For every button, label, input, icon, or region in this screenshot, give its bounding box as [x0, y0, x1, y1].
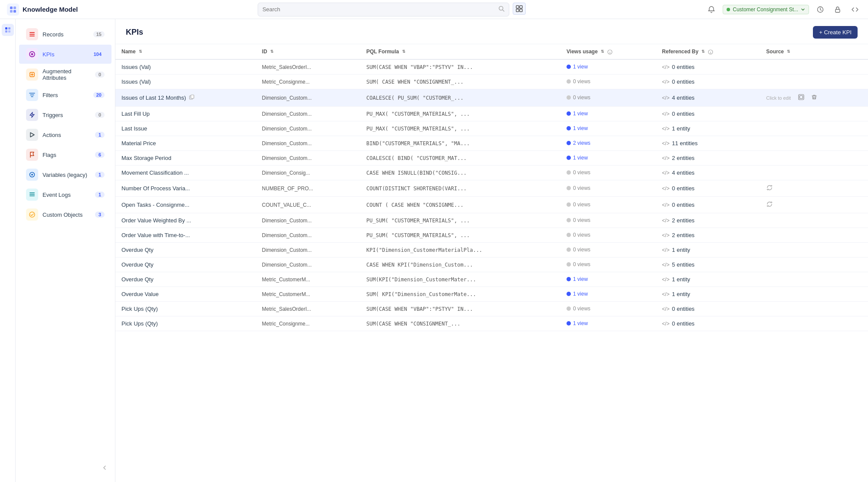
sidebar-item-customobj[interactable]: Custom Objects 3 — [19, 205, 111, 224]
page-title: KPIs — [126, 28, 143, 37]
cell-views: 0 views — [560, 75, 656, 89]
referenced-value[interactable]: 11 entities — [672, 140, 698, 147]
sidebar-item-triggers[interactable]: Triggers 0 — [19, 105, 111, 124]
cell-referenced: </> 2 entities — [656, 228, 760, 243]
views-label[interactable]: 1 view — [573, 155, 588, 161]
entity-icon: </> — [662, 291, 669, 297]
referenced-value[interactable]: 1 entity — [672, 291, 690, 297]
entity-icon: </> — [662, 262, 669, 268]
cell-formula: PU_MAX( "CUSTOMER_MATERIALS", ... — [360, 107, 561, 121]
views-label[interactable]: 2 views — [573, 140, 590, 146]
views-dot — [567, 248, 571, 252]
cell-id: Dimension_Consig... — [256, 166, 360, 180]
views-label[interactable]: 1 view — [573, 276, 588, 282]
svg-rect-3 — [13, 10, 16, 13]
cell-views: 0 views — [560, 166, 656, 180]
cell-formula: CASE WHEN ISNULL(BIND("CONSIG... — [360, 166, 561, 180]
referenced-value[interactable]: 4 entities — [672, 169, 694, 176]
clock-button[interactable] — [814, 3, 826, 16]
col-header-id[interactable]: ID ⇅ — [256, 44, 360, 59]
views-label[interactable]: 1 view — [573, 320, 588, 326]
col-header-views[interactable]: Views usage ⇅ i — [560, 44, 656, 59]
cell-referenced: </> 0 entities — [656, 75, 760, 89]
search-bar[interactable] — [258, 3, 509, 16]
views-dot — [567, 233, 571, 237]
cell-id: COUNT_VALUE_C... — [256, 197, 360, 213]
referenced-value[interactable]: 2 entities — [672, 217, 694, 224]
cell-formula: PU_SUM( "CUSTOMER_MATERIALS", ... — [360, 228, 561, 243]
views-label[interactable]: 1 view — [573, 111, 588, 117]
cell-views: 2 views — [560, 136, 656, 151]
views-dot — [567, 262, 571, 267]
copy-icon[interactable] — [189, 94, 194, 100]
filters-icon — [26, 89, 38, 101]
content-header: KPIs + Create KPI — [115, 19, 868, 44]
sidebar-item-actions-label: Actions — [43, 132, 95, 138]
sidebar-item-variables[interactable]: Variables (legacy) 1 — [19, 165, 111, 184]
cell-source — [760, 213, 868, 228]
cell-referenced: </> 2 entities — [656, 151, 760, 166]
referenced-value: 0 entities — [672, 64, 694, 70]
views-label[interactable]: 1 view — [573, 64, 588, 70]
sidebar-item-filters[interactable]: Filters 20 — [19, 85, 111, 104]
sidebar-item-kpis[interactable]: KPIs 104 — [19, 45, 111, 64]
cell-source — [760, 59, 868, 75]
sidebar-bottom — [16, 461, 115, 477]
referenced-value[interactable]: 1 entity — [672, 125, 690, 132]
code-button[interactable] — [849, 3, 861, 16]
views-label: 0 views — [573, 261, 590, 267]
views-label[interactable]: 1 view — [573, 291, 588, 297]
cell-views: 1 view — [560, 272, 656, 287]
svg-rect-25 — [29, 192, 35, 193]
referenced-value: 0 entities — [672, 202, 694, 208]
views-dot — [567, 218, 571, 222]
referenced-value[interactable]: 2 entities — [672, 232, 694, 238]
referenced-value[interactable]: 5 entities — [672, 261, 694, 268]
augmented-icon — [26, 68, 38, 81]
cell-id: NUMBER_OF_PRO... — [256, 180, 360, 197]
notifications-button[interactable] — [705, 3, 717, 16]
entity-icon: </> — [662, 247, 669, 253]
col-header-referenced[interactable]: Referenced By ⇅ i — [656, 44, 760, 59]
search-input[interactable] — [262, 6, 498, 13]
sidebar-item-augmented[interactable]: Augmented Attributes 0 — [19, 65, 111, 85]
views-dot — [567, 170, 571, 175]
create-kpi-button[interactable]: + Create KPI — [813, 26, 858, 39]
cell-views: 0 views — [560, 197, 656, 213]
sidebar-item-records[interactable]: Records 15 — [19, 25, 111, 44]
referenced-value[interactable]: 1 entity — [672, 276, 690, 283]
table-row: Overdue QtyDimension_Custom...KPI("Dimen… — [115, 243, 868, 257]
sort-icon-source: ⇅ — [787, 50, 790, 54]
views-label: 0 views — [573, 169, 590, 176]
views-label: 0 views — [573, 247, 590, 253]
col-header-name[interactable]: Name ⇅ — [115, 44, 256, 59]
cell-referenced: </> 11 entities — [656, 136, 760, 151]
col-header-formula[interactable]: PQL Formula ⇅ — [360, 44, 561, 59]
rail-icon-main[interactable] — [2, 24, 14, 36]
row-delete-button[interactable] — [809, 93, 819, 102]
search-icon[interactable] — [498, 6, 504, 13]
referenced-value[interactable]: 4 entities — [672, 94, 694, 101]
views-label[interactable]: 1 view — [573, 125, 588, 131]
table-row: Last IssueDimension_Custom...PU_MAX( "CU… — [115, 121, 868, 136]
referenced-value[interactable]: 2 entities — [672, 155, 694, 161]
cell-name: Last Fill Up — [115, 107, 256, 121]
sidebar-item-augmented-label: Augmented Attributes — [43, 68, 95, 81]
sidebar-count-flags: 6 — [95, 152, 105, 158]
col-header-source[interactable]: Source ⇅ — [760, 44, 868, 59]
views-dot — [567, 321, 571, 326]
cell-source — [760, 287, 868, 302]
lock-button[interactable] — [832, 3, 844, 16]
sidebar-collapse-button[interactable] — [101, 464, 108, 473]
cell-name: Movement Classification ... — [115, 166, 256, 180]
row-edit-button[interactable] — [796, 93, 806, 102]
sidebar-item-actions[interactable]: Actions 1 — [19, 125, 111, 144]
referenced-value[interactable]: 1 entity — [672, 247, 690, 253]
project-badge[interactable]: Customer Consignment St... — [723, 5, 809, 14]
customobj-icon — [26, 208, 38, 221]
views-dot — [567, 95, 571, 100]
view-toggle-btn[interactable] — [513, 3, 526, 15]
sidebar-item-eventlogs[interactable]: Event Logs 1 — [19, 185, 111, 204]
sidebar-item-flags[interactable]: Flags 6 — [19, 145, 111, 164]
cell-name: Material Price — [115, 136, 256, 151]
